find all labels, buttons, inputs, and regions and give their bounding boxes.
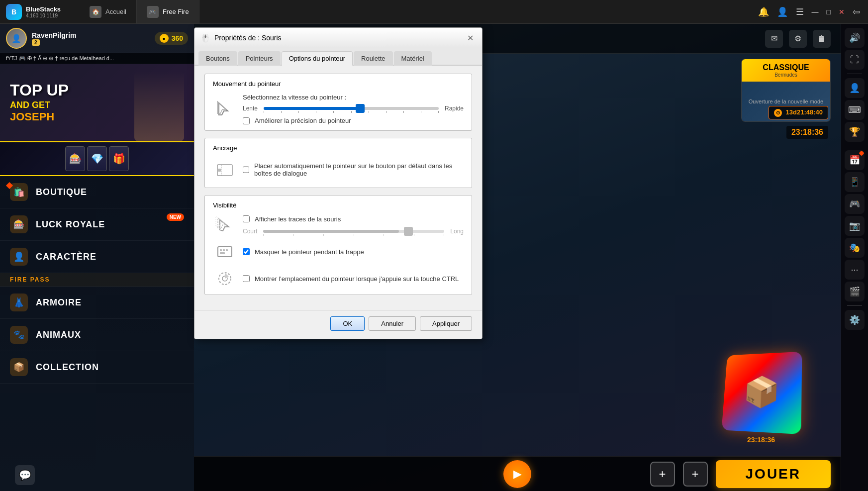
add-button-1[interactable]: + [650,462,675,487]
envelope-icon[interactable]: ✉ [765,30,783,48]
ctrl-chk-row: Montrer l'emplacement du pointeur lorsqu… [243,275,464,283]
camera-btn[interactable]: 📷 [845,216,865,236]
topbar-right: 🔔 👤 ☰ — □ ✕ ⇦ [756,4,868,19]
tick [298,111,299,113]
fire-pass-banner[interactable]: FIRE PASS [0,273,194,287]
snap-content: Placer automatiquement le pointeur sur l… [243,162,464,177]
speed-slider-container: Lente [243,105,464,112]
fullscreen-btn[interactable]: ⛶ [845,50,865,70]
svg-rect-7 [220,252,225,254]
keyboard-btn[interactable]: ⌨ [845,100,865,120]
add-button-2[interactable]: + [683,462,708,487]
dialog-content: Mouvement du pointeur Sélectionnez la vi… [194,66,482,310]
dialog-title: Propriétés de : Souris [214,34,282,42]
snap-title: Ancrage [213,144,464,152]
maximize-button[interactable]: □ [825,6,833,18]
settings-btn[interactable]: ⚙️ [845,310,865,330]
tab-freefire[interactable]: 🎮 Free Fire [137,0,199,23]
tick [384,234,384,236]
tab-materiel[interactable]: Matériel [394,51,432,66]
more-btn[interactable]: ··· [845,260,865,280]
crate[interactable]: 📦 [722,352,802,434]
hide-label[interactable]: Masquer le pointeur pendant la frappe [255,248,364,256]
close-button[interactable]: ✕ [837,6,847,18]
menu-item-collection[interactable]: 📦 COLLECTION [0,351,194,384]
tab-options[interactable]: Options du pointeur [282,51,353,66]
ctrl-label[interactable]: Montrer l'emplacement du pointeur lorsqu… [255,275,459,283]
menu-item-boutique[interactable]: 🛍️ BOUTIQUE [0,176,194,208]
mode-new-label: Ouverture de la nouvelle mode [749,98,823,104]
topup-character [134,72,184,141]
tick [351,111,352,113]
menu-item-luck-royale[interactable]: 🎰 LUCK ROYALE NEW [0,208,194,241]
tick [293,234,294,236]
settings-icon-ff[interactable]: ⚙ [789,30,807,48]
speed-slider[interactable] [264,107,439,110]
trails-chk-row: Afficher les traces de la souris [243,215,464,223]
ok-button[interactable]: OK [330,316,365,331]
chat-button[interactable]: 💬 [15,465,35,485]
svg-rect-3 [218,247,232,257]
controller-btn[interactable]: 🎮 [845,194,865,214]
user-bar: 👤 RavenPilgrim 2 ● 360 [0,24,194,53]
hide-checkbox[interactable] [243,248,250,255]
enhance-label[interactable]: Améliorer la précision du pointeur [255,117,351,124]
svg-rect-2 [218,169,221,172]
cancel-button[interactable]: Annuler [369,316,416,331]
enhance-checkbox[interactable] [243,117,250,124]
account-icon[interactable]: 👤 [775,4,790,19]
trophy-btn[interactable]: 🏆 [845,122,865,142]
play-button[interactable]: JOUER [716,460,831,488]
tick [414,234,414,236]
timer-badge-1: ⊙ 13d21:48:40 [769,106,828,119]
menu-item-caractere[interactable]: 👤 CARACTÈRE [0,241,194,273]
bs-icon: B [6,4,22,20]
video-btn[interactable]: 🎬 [845,282,865,301]
home-icon: 🏠 [90,6,101,18]
tab-pointeurs[interactable]: Pointeurs [238,51,281,66]
dialog-mouse-icon: 🖱️ [200,33,210,43]
tab-boutons[interactable]: Boutons [198,51,237,66]
ctrl-checkbox[interactable] [243,275,250,282]
tick [354,234,354,236]
fast-label: Rapide [445,105,464,112]
user-info: RavenPilgrim 2 [32,31,150,46]
mode-name: CLASSIQUE [748,63,824,72]
username: RavenPilgrim [32,31,150,39]
snap-chk-row: Placer automatiquement le pointeur sur l… [243,162,464,177]
caractere-label: CARACTÈRE [36,252,96,262]
minimize-button[interactable]: — [810,6,821,18]
menu-item-armoire[interactable]: 👗 ARMOIRE [0,287,194,319]
calendar-btn[interactable]: 📅 [845,150,865,170]
profile-btn[interactable]: 👤 [845,78,865,98]
tab-roulette[interactable]: Roulette [354,51,392,66]
divider-1 [847,74,862,74]
apply-button[interactable]: Appliquer [420,316,472,331]
luck-royale-icon: 🎰 [10,215,28,233]
tablet-btn[interactable]: 📱 [845,172,865,192]
center-play-button[interactable]: ▶ [503,460,531,488]
menu-item-animaux[interactable]: 🐾 ANIMAUX [0,319,194,351]
coin-icon: ● [160,34,169,43]
left-sidebar: 👤 RavenPilgrim 2 ● 360 fYTJ 🎮 ✠ † Ã ⊕ ⊗ … [0,24,194,491]
dialog-close-button[interactable]: ✕ [464,32,476,44]
tab-home[interactable]: 🏠 Accueil [80,0,137,23]
dialog-titlebar: 🖱️ Propriétés de : Souris ✕ [194,28,482,48]
trails-label[interactable]: Afficher les traces de la souris [255,215,341,223]
snap-checkbox[interactable] [243,166,249,173]
notification-icon[interactable]: 🔔 [756,4,771,19]
back-icon[interactable]: ⇦ [851,4,862,19]
snap-row: Placer automatiquement le pointeur sur l… [213,158,464,182]
coin-amount: 360 [172,34,183,42]
trash-icon[interactable]: 🗑 [813,30,831,48]
bluestacks-logo: B BlueStacks 4.160.10.1119 [0,4,80,20]
menu-icon[interactable]: ☰ [794,4,806,19]
volume-btn[interactable]: 🔊 [845,28,865,48]
topup-banner[interactable]: TOP UP AND GET JOSEPH [0,64,194,141]
mask-btn[interactable]: 🎭 [845,238,865,258]
trails-checkbox[interactable] [243,215,250,222]
speed-label: Sélectionnez la vitesse du pointeur : [243,94,464,101]
trails-content: Afficher les traces de la souris Court [243,215,464,235]
caractere-icon: 👤 [10,248,28,266]
slots-banner[interactable]: 🎰 💎 🎁 [0,141,194,176]
